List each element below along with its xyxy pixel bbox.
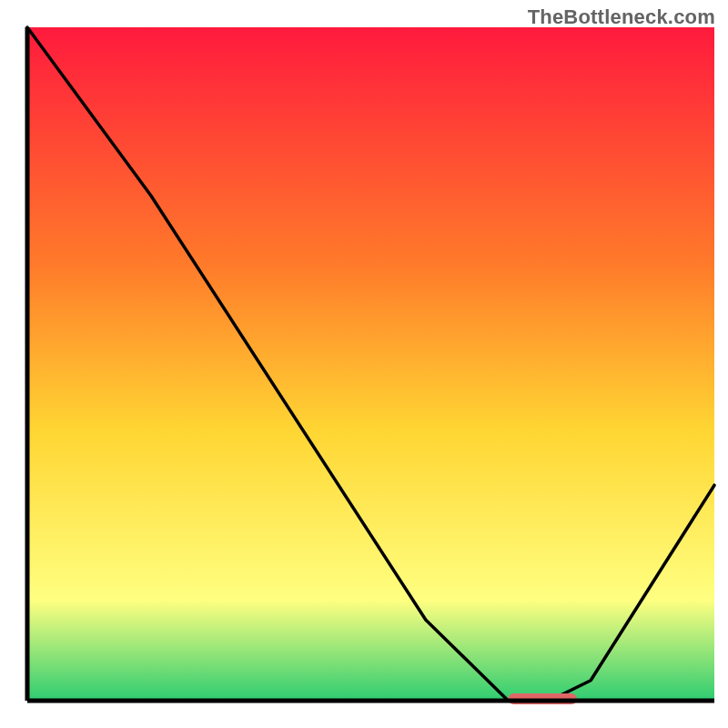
gradient-background: [27, 27, 714, 701]
bottleneck-chart: [0, 0, 728, 728]
chart-stage: TheBottleneck.com: [0, 0, 728, 728]
plot-area: [27, 27, 714, 704]
watermark-text: TheBottleneck.com: [528, 5, 715, 29]
